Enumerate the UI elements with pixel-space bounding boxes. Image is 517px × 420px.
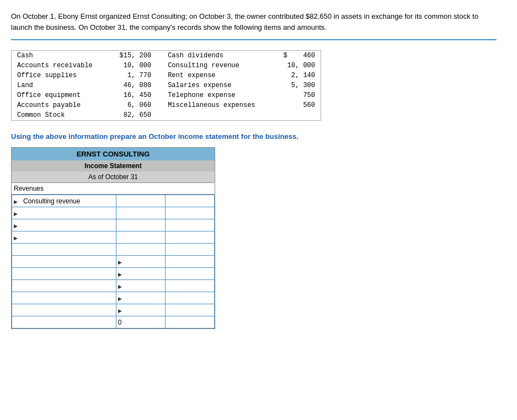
right-value: 750 xyxy=(272,90,321,100)
is-row-right[interactable] xyxy=(165,207,214,219)
is-row-label[interactable] xyxy=(12,316,116,329)
is-row-mid[interactable] xyxy=(116,195,165,207)
is-row-label[interactable] xyxy=(12,280,116,292)
is-row-right[interactable] xyxy=(165,304,214,316)
intro-paragraph: On October 1, Ebony Ernst organized Erns… xyxy=(11,11,497,40)
income-statement-table: ▶ Consulting revenue ▶ ▶ xyxy=(12,195,215,329)
arrow-mid-icon: ▶ xyxy=(118,284,122,289)
is-row-mid[interactable]: ▶ xyxy=(116,280,165,292)
left-value: 6, 060 xyxy=(109,100,163,110)
left-value: 46, 080 xyxy=(109,80,163,90)
section-instruction: Using the above information prepare an O… xyxy=(11,132,497,141)
statement-date: As of October 31 xyxy=(12,171,215,182)
right-value: 560 xyxy=(272,100,321,110)
right-label: Rent expense xyxy=(162,71,272,80)
left-label: Cash xyxy=(12,51,109,61)
is-row-mid[interactable] xyxy=(116,219,165,231)
is-row-label[interactable]: ▶ xyxy=(12,207,116,219)
arrow-left-icon: ▶ xyxy=(14,235,18,241)
statement-title: Income Statement xyxy=(12,160,215,171)
income-statement: ERNST CONSULTING Income Statement As of … xyxy=(11,147,215,329)
right-value: 5, 300 xyxy=(272,80,321,90)
is-row-label: ▶ Consulting revenue xyxy=(12,195,116,207)
right-label: Consulting revenue xyxy=(162,61,272,71)
left-value: 16, 450 xyxy=(109,90,163,100)
is-row-right[interactable] xyxy=(165,256,214,268)
left-value: 1, 770 xyxy=(109,71,163,80)
arrow-mid-icon: ▶ xyxy=(118,296,122,301)
is-row-right[interactable] xyxy=(165,195,214,207)
right-label: Miscellaneous expenses xyxy=(162,100,272,110)
right-label: Salaries expense xyxy=(162,80,272,90)
is-row-label[interactable]: ▶ xyxy=(12,219,116,231)
is-row-right[interactable] xyxy=(165,231,214,244)
is-row-label[interactable] xyxy=(12,256,116,268)
left-label: Common Stock xyxy=(12,110,109,120)
left-label: Office supplies xyxy=(12,71,109,80)
right-value: 2, 140 xyxy=(272,71,321,80)
is-row-mid[interactable]: ▶ xyxy=(116,268,165,280)
is-row-right[interactable] xyxy=(165,268,214,280)
left-value: 10, 000 xyxy=(109,61,163,71)
is-row-right[interactable] xyxy=(165,244,214,256)
is-row-mid[interactable]: ▶ xyxy=(116,304,165,316)
is-row-right[interactable] xyxy=(165,219,214,231)
is-row-mid[interactable]: ▶ xyxy=(116,292,165,304)
is-row-mid[interactable] xyxy=(116,207,165,219)
data-items-table: Cash $15, 200 Cash dividends $ 460 Accou… xyxy=(11,50,321,121)
arrow-left-icon: ▶ xyxy=(14,199,18,204)
is-row-right[interactable] xyxy=(165,292,214,304)
left-label: Accounts payable xyxy=(12,100,109,110)
right-label: Telephone expense xyxy=(162,90,272,100)
is-row-label[interactable] xyxy=(12,304,116,316)
is-row-mid[interactable] xyxy=(116,231,165,244)
left-value: $15, 200 xyxy=(109,51,163,61)
is-row-label[interactable] xyxy=(12,268,116,280)
right-label: Cash dividends xyxy=(162,51,272,61)
is-row-label[interactable] xyxy=(12,292,116,304)
left-label: Office equipment xyxy=(12,90,109,100)
arrow-left-icon: ▶ xyxy=(14,223,18,229)
company-name: ERNST CONSULTING xyxy=(12,148,215,160)
right-value xyxy=(272,110,321,120)
arrow-left-icon: ▶ xyxy=(14,211,18,217)
is-row-label[interactable]: ▶ xyxy=(12,231,116,244)
arrow-mid-icon: ▶ xyxy=(118,260,122,265)
left-label: Land xyxy=(12,80,109,90)
arrow-mid-icon: ▶ xyxy=(118,308,122,314)
right-label xyxy=(162,110,272,120)
is-row-mid[interactable] xyxy=(116,244,165,256)
is-row-right[interactable] xyxy=(165,280,214,292)
is-row-mid[interactable]: 0 xyxy=(116,316,165,329)
is-row-mid[interactable]: ▶ xyxy=(116,256,165,268)
is-row-right[interactable] xyxy=(165,316,214,329)
is-zero-value: 0 xyxy=(118,319,122,326)
arrow-mid-icon: ▶ xyxy=(118,272,122,277)
is-row-label[interactable] xyxy=(12,244,116,256)
left-value: 82, 650 xyxy=(109,110,163,120)
left-label: Accounts receivable xyxy=(12,61,109,71)
revenues-label: Revenues xyxy=(12,182,215,195)
right-value: 10, 000 xyxy=(272,61,321,71)
right-value: $ 460 xyxy=(272,51,321,61)
